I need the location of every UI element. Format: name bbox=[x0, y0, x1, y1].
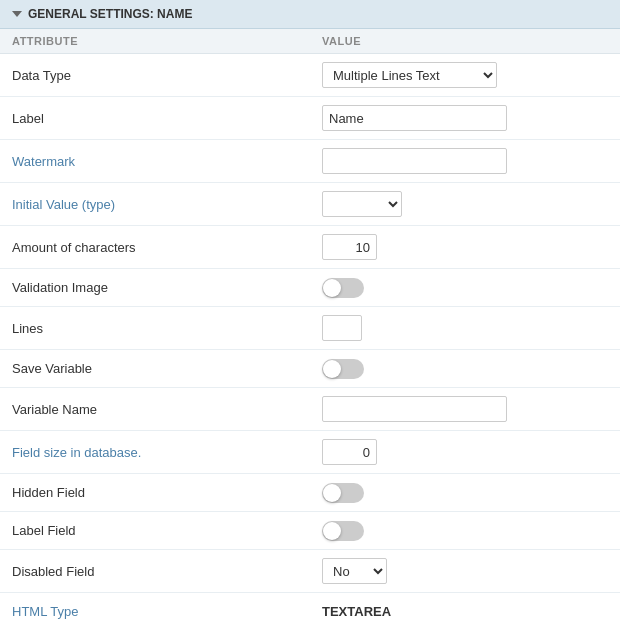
row-value-html-type: TEXTAREA bbox=[322, 604, 608, 619]
collapse-triangle-icon[interactable] bbox=[12, 11, 22, 17]
row-value-label-field bbox=[322, 521, 608, 541]
settings-row-data-type: Data TypeMultiple Lines TextSingle Line … bbox=[0, 54, 620, 97]
row-label-field-size: Field size in database. bbox=[12, 445, 322, 460]
row-label-variable-name: Variable Name bbox=[12, 402, 322, 417]
toggle-hidden-field[interactable] bbox=[322, 483, 364, 503]
static-html-type: TEXTAREA bbox=[322, 604, 391, 619]
settings-row-field-size: Field size in database. bbox=[0, 431, 620, 474]
row-value-watermark bbox=[322, 148, 608, 174]
settings-row-watermark: Watermark bbox=[0, 140, 620, 183]
settings-row-hidden-field: Hidden Field bbox=[0, 474, 620, 512]
attribute-column-header: ATTRIBUTE bbox=[12, 35, 322, 47]
select-data-type[interactable]: Multiple Lines TextSingle Line TextNumbe… bbox=[322, 62, 497, 88]
row-label-watermark: Watermark bbox=[12, 154, 322, 169]
row-value-label bbox=[322, 105, 608, 131]
row-value-variable-name bbox=[322, 396, 608, 422]
row-label-data-type: Data Type bbox=[12, 68, 322, 83]
toggle-label-field[interactable] bbox=[322, 521, 364, 541]
settings-row-save-variable: Save Variable bbox=[0, 350, 620, 388]
row-value-data-type: Multiple Lines TextSingle Line TextNumbe… bbox=[322, 62, 608, 88]
section-header: GENERAL SETTINGS: NAME bbox=[0, 0, 620, 29]
value-column-header: VALUE bbox=[322, 35, 608, 47]
row-value-initial-value: StaticDynamic bbox=[322, 191, 608, 217]
row-value-field-size bbox=[322, 439, 608, 465]
row-label-amount-characters: Amount of characters bbox=[12, 240, 322, 255]
row-value-save-variable bbox=[322, 359, 608, 379]
toggle-save-variable[interactable] bbox=[322, 359, 364, 379]
row-value-disabled-field: NoYes bbox=[322, 558, 608, 584]
row-label-html-type: HTML Type bbox=[12, 604, 322, 619]
row-value-hidden-field bbox=[322, 483, 608, 503]
select-initial-value[interactable]: StaticDynamic bbox=[322, 191, 402, 217]
column-headers: ATTRIBUTE VALUE bbox=[0, 29, 620, 54]
settings-row-lines: Lines bbox=[0, 307, 620, 350]
input-watermark[interactable] bbox=[322, 148, 507, 174]
input-field-size[interactable] bbox=[322, 439, 377, 465]
row-label-save-variable: Save Variable bbox=[12, 361, 322, 376]
row-label-initial-value: Initial Value (type) bbox=[12, 197, 322, 212]
input-label[interactable] bbox=[322, 105, 507, 131]
input-variable-name[interactable] bbox=[322, 396, 507, 422]
row-label-validation-image: Validation Image bbox=[12, 280, 322, 295]
section-title: GENERAL SETTINGS: NAME bbox=[28, 7, 192, 21]
toggle-validation-image[interactable] bbox=[322, 278, 364, 298]
settings-row-label-field: Label Field bbox=[0, 512, 620, 550]
settings-row-amount-characters: Amount of characters bbox=[0, 226, 620, 269]
input-amount-characters[interactable] bbox=[322, 234, 377, 260]
input-lines[interactable] bbox=[322, 315, 362, 341]
row-label-label: Label bbox=[12, 111, 322, 126]
row-label-hidden-field: Hidden Field bbox=[12, 485, 322, 500]
row-label-label-field: Label Field bbox=[12, 523, 322, 538]
settings-row-validation-image: Validation Image bbox=[0, 269, 620, 307]
settings-rows: Data TypeMultiple Lines TextSingle Line … bbox=[0, 54, 620, 623]
settings-row-html-type: HTML TypeTEXTAREA bbox=[0, 593, 620, 623]
row-value-validation-image bbox=[322, 278, 608, 298]
settings-row-label: Label bbox=[0, 97, 620, 140]
row-value-amount-characters bbox=[322, 234, 608, 260]
settings-row-variable-name: Variable Name bbox=[0, 388, 620, 431]
settings-row-initial-value: Initial Value (type)StaticDynamic bbox=[0, 183, 620, 226]
row-value-lines bbox=[322, 315, 608, 341]
select-disabled-field[interactable]: NoYes bbox=[322, 558, 387, 584]
row-label-disabled-field: Disabled Field bbox=[12, 564, 322, 579]
row-label-lines: Lines bbox=[12, 321, 322, 336]
settings-row-disabled-field: Disabled FieldNoYes bbox=[0, 550, 620, 593]
